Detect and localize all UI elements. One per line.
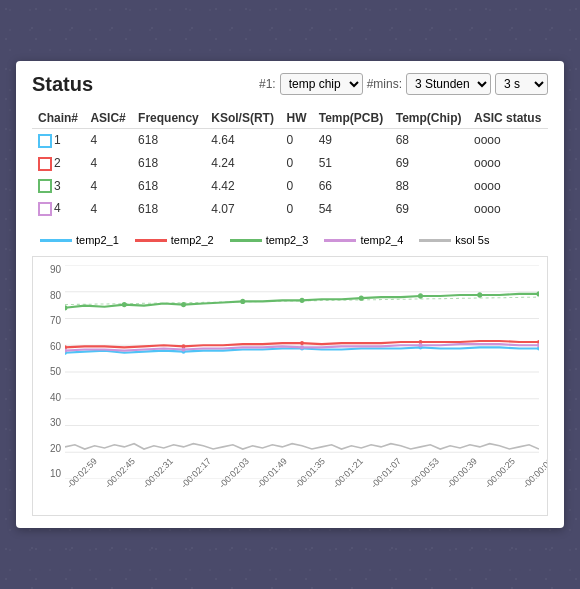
legend-line (40, 239, 72, 242)
cell-ksol: 4.64 (205, 128, 280, 151)
cell-temp-pcb: 49 (313, 128, 390, 151)
table-row: 1 4 618 4.64 0 49 68 oooo (32, 128, 548, 151)
svg-point-30 (300, 345, 304, 349)
col-temp-chip: Temp(Chip) (390, 108, 468, 129)
y-axis-label: 80 (50, 291, 61, 301)
svg-point-12 (240, 299, 245, 304)
col-freq: Frequency (132, 108, 205, 129)
legend-label: temp2_2 (171, 234, 214, 246)
cell-hw: 0 (280, 197, 312, 220)
legend-line (324, 239, 356, 242)
cell-freq: 618 (132, 175, 205, 198)
cell-freq: 618 (132, 128, 205, 151)
svg-point-32 (537, 343, 539, 347)
legend-label: temp2_1 (76, 234, 119, 246)
chain-color-box (38, 179, 52, 193)
selector-label: #1: (259, 77, 276, 91)
data-table-section: Chain# ASIC# Frequency KSol/S(RT) HW Tem… (32, 108, 548, 220)
legend-item: temp2_1 (40, 234, 119, 246)
header-controls: #1: temp chip temp pcb frequency #mins: … (259, 73, 548, 95)
legend-item: temp2_2 (135, 234, 214, 246)
cell-chain: 1 (32, 128, 84, 151)
cell-asic-status: oooo (468, 128, 548, 151)
legend-item: ksol 5s (419, 234, 489, 246)
cell-ksol: 4.42 (205, 175, 280, 198)
cell-ksol: 4.24 (205, 152, 280, 175)
col-ksol: KSol/S(RT) (205, 108, 280, 129)
svg-point-13 (300, 298, 305, 303)
table-row: 2 4 618 4.24 0 51 69 oooo (32, 152, 548, 175)
interval-select[interactable]: 3 s 5 s 10 s (495, 73, 548, 95)
svg-point-15 (418, 294, 423, 299)
cell-temp-pcb: 66 (313, 175, 390, 198)
chain-color-box (38, 202, 52, 216)
cell-temp-chip: 69 (390, 152, 468, 175)
chart-legend: temp2_1 temp2_2 temp2_3 temp2_4 ksol 5s (32, 228, 548, 252)
cell-asic-status: oooo (468, 152, 548, 175)
y-axis-label: 20 (50, 444, 61, 454)
cell-hw: 0 (280, 152, 312, 175)
legend-item: temp2_4 (324, 234, 403, 246)
y-axis-label: 60 (50, 342, 61, 352)
cell-asic: 4 (84, 197, 132, 220)
cell-asic: 4 (84, 175, 132, 198)
y-axis-label: 50 (50, 367, 61, 377)
col-asic: ASIC# (84, 108, 132, 129)
legend-label: temp2_3 (266, 234, 309, 246)
cell-ksol: 4.07 (205, 197, 280, 220)
line-ksol (65, 444, 539, 449)
svg-point-25 (300, 341, 304, 345)
y-axis-label: 90 (50, 265, 61, 275)
cell-chain: 2 (32, 152, 84, 175)
svg-point-9 (65, 305, 67, 310)
col-asic-status: ASIC status (468, 108, 548, 129)
mins-select[interactable]: 3 Stunden 1 Stunde 30 Min (406, 73, 491, 95)
col-hw: HW (280, 108, 312, 129)
chart-area: 908070605040302010 -00:02:59-00:02:45-00… (32, 256, 548, 516)
chain-color-box (38, 157, 52, 171)
cell-temp-pcb: 54 (313, 197, 390, 220)
main-panel: Status #1: temp chip temp pcb frequency … (16, 61, 564, 528)
cell-temp-chip: 69 (390, 197, 468, 220)
legend-label: temp2_4 (360, 234, 403, 246)
cell-asic: 4 (84, 128, 132, 151)
x-axis: -00:02:59-00:02:45-00:02:31-00:02:17-00:… (65, 479, 539, 515)
legend-line (230, 239, 262, 242)
chain-color-box (38, 134, 52, 148)
cell-temp-pcb: 51 (313, 152, 390, 175)
cell-hw: 0 (280, 175, 312, 198)
chain-table: Chain# ASIC# Frequency KSol/S(RT) HW Tem… (32, 108, 548, 220)
cell-freq: 618 (132, 197, 205, 220)
mins-label: #mins: (367, 77, 402, 91)
svg-point-14 (359, 296, 364, 301)
cell-asic-status: oooo (468, 197, 548, 220)
table-row: 3 4 618 4.42 0 66 88 oooo (32, 175, 548, 198)
svg-point-11 (181, 302, 186, 307)
cell-chain: 3 (32, 175, 84, 198)
legend-line (135, 239, 167, 242)
legend-item: temp2_3 (230, 234, 309, 246)
cell-asic: 4 (84, 152, 132, 175)
cell-temp-chip: 68 (390, 128, 468, 151)
svg-point-29 (182, 348, 186, 352)
cell-hw: 0 (280, 128, 312, 151)
col-chain: Chain# (32, 108, 84, 129)
cell-temp-chip: 88 (390, 175, 468, 198)
col-temp-pcb: Temp(PCB) (313, 108, 390, 129)
y-axis-label: 70 (50, 316, 61, 326)
cell-chain: 4 (32, 197, 84, 220)
chart-svg (65, 265, 539, 479)
y-axis: 908070605040302010 (33, 265, 65, 479)
legend-label: ksol 5s (455, 234, 489, 246)
chip-select[interactable]: temp chip temp pcb frequency (280, 73, 363, 95)
page-title: Status (32, 73, 251, 96)
y-axis-label: 40 (50, 393, 61, 403)
svg-point-10 (122, 302, 127, 307)
y-axis-label: 30 (50, 418, 61, 428)
chart-inner (65, 265, 539, 479)
svg-point-31 (419, 343, 423, 347)
cell-freq: 618 (132, 152, 205, 175)
cell-asic-status: oooo (468, 175, 548, 198)
table-row: 4 4 618 4.07 0 54 69 oooo (32, 197, 548, 220)
y-axis-label: 10 (50, 469, 61, 479)
